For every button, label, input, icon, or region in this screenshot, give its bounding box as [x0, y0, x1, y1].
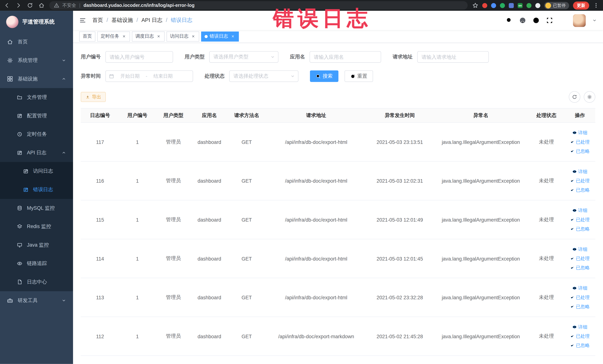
sidebar-item-redis-monitor[interactable]: Redis 监控	[0, 217, 73, 236]
sidebar-item-error-logs[interactable]: 错误日志	[0, 180, 73, 199]
github-icon[interactable]	[519, 17, 526, 24]
extension-icon[interactable]	[482, 3, 487, 8]
breadcrumb-item[interactable]: 首页	[92, 17, 108, 24]
sidebar-collapse-icon[interactable]	[79, 17, 86, 24]
user-type-label: 用户类型	[185, 53, 205, 60]
breadcrumb-item[interactable]: 基础设施	[111, 17, 138, 24]
mark-ignored-link[interactable]: 已忽略	[570, 187, 590, 193]
mark-ignored-link[interactable]: 已忽略	[570, 148, 590, 154]
browser-update-button[interactable]: 更新	[573, 1, 589, 10]
extension-on-badge[interactable]: on	[518, 3, 522, 8]
sidebar-item-config-management[interactable]: 配置管理	[0, 107, 73, 125]
cell-app-name: dashboard	[191, 278, 227, 317]
not-secure-warning-icon	[54, 3, 59, 8]
cell-exception-name: java.lang.IllegalArgumentException	[433, 123, 528, 162]
font-size-icon[interactable]	[560, 17, 567, 24]
mark-ignored-link[interactable]: 已忽略	[570, 226, 590, 232]
extension-grid-icon[interactable]	[509, 3, 514, 8]
address-bar[interactable]: 不安全 | dashboard.yudao.iocoder.cn/infra/l…	[49, 1, 468, 10]
help-question-icon[interactable]	[533, 17, 539, 24]
sidebar-item-log-center[interactable]: 日志中心	[0, 273, 73, 291]
tab-schedule-logs[interactable]: 调度日志	[132, 31, 165, 41]
extension-icon[interactable]	[535, 3, 540, 8]
user-id-input[interactable]	[105, 51, 173, 63]
search-button[interactable]: 搜索	[310, 70, 338, 82]
profile-label: 已暂停	[553, 2, 566, 8]
extension-icon[interactable]	[491, 3, 496, 8]
tab-close-icon[interactable]	[190, 34, 196, 39]
tab-home[interactable]: 首页	[79, 31, 95, 41]
browser-forward-icon[interactable]	[15, 2, 22, 8]
user-type-select[interactable]: 请选择用户类型	[209, 51, 278, 63]
mark-processed-link[interactable]: 已处理	[570, 255, 590, 262]
sidebar-item-api-logs[interactable]: API 日志	[0, 143, 73, 162]
mark-processed-link[interactable]: 已处理	[570, 333, 590, 340]
table-row: 114 1 管理员 dashboard GET /api/infra/db-do…	[81, 239, 595, 278]
app-name-input[interactable]	[310, 51, 381, 63]
cell-app-name: dashboard	[191, 200, 227, 239]
sidebar-item-java-monitor[interactable]: Java 监控	[0, 236, 73, 254]
mark-ignored-link[interactable]: 已忽略	[570, 264, 590, 271]
mark-processed-link[interactable]: 已处理	[570, 139, 590, 145]
sidebar-logo[interactable]: 芋道管理系统	[0, 11, 73, 33]
sidebar-item-infrastructure[interactable]: 基础设施	[0, 70, 73, 88]
sidebar-item-dev-tools[interactable]: 研发工具	[0, 291, 73, 310]
avatar-caret-down-icon[interactable]	[592, 18, 597, 23]
browser-home-icon[interactable]	[38, 2, 45, 8]
bookmark-star-icon[interactable]	[472, 2, 478, 8]
browser-profile-chip[interactable]: 已暂停	[544, 2, 569, 9]
tab-access-logs[interactable]: 访问日志	[166, 31, 199, 41]
tab-close-icon[interactable]	[156, 34, 161, 39]
sidebar-item-file-management[interactable]: 文件管理	[0, 88, 73, 107]
cell-user-id: 1	[119, 239, 155, 278]
extension-icon[interactable]	[500, 3, 505, 8]
mark-ignored-link[interactable]: 已忽略	[570, 342, 590, 349]
process-status-select[interactable]: 请选择处理状态	[229, 70, 298, 82]
clock-icon	[17, 132, 22, 137]
tab-close-icon[interactable]	[121, 34, 127, 39]
mark-processed-link[interactable]: 已处理	[570, 177, 590, 184]
mark-processed-link[interactable]: 已处理	[570, 294, 590, 301]
search-icon[interactable]	[506, 17, 512, 24]
request-url-input[interactable]	[417, 51, 489, 63]
cell-user-type: 管理员	[155, 161, 191, 200]
sidebar-item-system-management[interactable]: 系统管理	[0, 51, 73, 70]
breadcrumb-item[interactable]: API 日志	[141, 17, 167, 24]
cell-exception-name: java.lang.IllegalArgumentException	[433, 239, 528, 278]
column-header: 用户编号	[119, 108, 155, 123]
cell-exception-time: 2021-05-02 23:32:28	[366, 278, 433, 317]
browser-reload-icon[interactable]	[27, 2, 33, 8]
tab-close-icon[interactable]	[230, 34, 235, 39]
sidebar-item-home[interactable]: 首页	[0, 33, 73, 51]
sidebar-item-access-logs[interactable]: 访问日志	[0, 162, 73, 180]
refresh-table-button[interactable]	[569, 91, 580, 103]
app-title: 芋道管理系统	[22, 18, 55, 25]
mark-ignored-link[interactable]: 已忽略	[570, 303, 590, 310]
exception-time-range-picker[interactable]: -	[105, 70, 193, 82]
detail-link[interactable]: 详细	[572, 129, 587, 136]
user-avatar[interactable]	[573, 14, 586, 27]
tab-scheduled-tasks[interactable]: 定时任务	[97, 31, 130, 41]
browser-back-icon[interactable]	[4, 2, 10, 8]
end-date-input[interactable]	[149, 73, 177, 79]
browser-menu-kebab-icon[interactable]	[593, 2, 599, 8]
column-settings-button[interactable]	[584, 91, 595, 103]
check-icon	[570, 256, 575, 261]
extension-icon[interactable]	[526, 3, 532, 8]
start-date-input[interactable]	[116, 73, 144, 79]
reset-button[interactable]: 重置	[345, 70, 373, 82]
chevron-up-icon	[61, 77, 66, 81]
detail-link[interactable]: 详细	[572, 168, 587, 175]
detail-link[interactable]: 详细	[572, 324, 587, 330]
sidebar-item-mysql-monitor[interactable]: MySQL 监控	[0, 199, 73, 218]
gear-icon	[7, 57, 13, 63]
detail-link[interactable]: 详细	[572, 207, 587, 214]
export-button[interactable]: 导出	[81, 92, 106, 102]
tab-error-logs[interactable]: 错误日志	[201, 31, 239, 41]
mark-processed-link[interactable]: 已处理	[570, 216, 590, 223]
sidebar-item-trace[interactable]: 链路追踪	[0, 254, 73, 273]
fullscreen-icon[interactable]	[546, 17, 553, 24]
detail-link[interactable]: 详细	[572, 285, 587, 291]
detail-link[interactable]: 详细	[572, 246, 587, 253]
sidebar-item-scheduled-tasks[interactable]: 定时任务	[0, 125, 73, 143]
